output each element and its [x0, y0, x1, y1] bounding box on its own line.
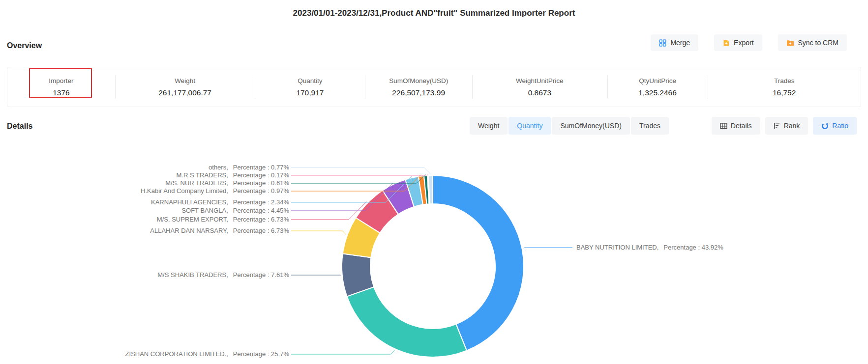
- chart-label-name: SOFT BANGLA,: [181, 207, 228, 214]
- chart-label-name: others,: [209, 164, 228, 171]
- donut-chart-svg: [0, 0, 868, 364]
- tab-trades[interactable]: Trades: [631, 117, 669, 135]
- stat-sumofmoney-usd: SumOfMoney(USD)226,507,173.99: [365, 67, 472, 107]
- chart-label-percentage: Percentage : 0.77%: [233, 164, 289, 171]
- label-line: [291, 174, 428, 175]
- chart-label-percentage: Percentage : 2.34%: [233, 198, 289, 206]
- chart-label-percentage: Percentage : 7.61%: [233, 271, 289, 279]
- export-button[interactable]: Export: [714, 34, 762, 51]
- tab-weight[interactable]: Weight: [470, 117, 508, 135]
- chart-label: others,Percentage : 0.77%: [209, 164, 289, 171]
- chart-label-name: M/S. NUR TRADERS,: [165, 179, 228, 187]
- tab-label: Ratio: [832, 122, 848, 130]
- rank-icon: [774, 122, 780, 129]
- button-label: Sync to CRM: [798, 39, 838, 47]
- ratio-icon: [821, 122, 829, 130]
- stat-label: Importer: [49, 77, 73, 84]
- chart-label: ZISHAN CORPORATION LIMITED.,Percentage :…: [125, 350, 289, 358]
- tab-label: Rank: [784, 122, 800, 130]
- stat-qtyunitprice: QtyUnitPrice1,325.2466: [607, 67, 708, 107]
- export-icon: [722, 39, 730, 47]
- chart-label-percentage: Percentage : 6.73%: [233, 227, 289, 234]
- tab-label: Quantity: [517, 122, 542, 130]
- view-tab-details[interactable]: Details: [712, 117, 760, 135]
- button-label: Export: [734, 39, 753, 47]
- stat-weightunitprice: WeightUnitPrice0.8673: [472, 67, 607, 107]
- chart-label-percentage: Percentage : 4.45%: [233, 207, 289, 214]
- chart-label: KARNAPHULI AGENCIES,Percentage : 2.34%: [151, 198, 289, 206]
- chart-label-percentage: Percentage : 0.17%: [233, 171, 289, 179]
- details-heading: Details: [7, 122, 32, 131]
- chart-label-name: M.R.S TRADERS,: [177, 171, 228, 179]
- view-tabs: DetailsRankRatio: [712, 117, 857, 135]
- chart-label-name: BABY NUTRITION LIMITED,: [576, 244, 658, 251]
- chart-label: M.R.S TRADERS,Percentage : 0.17%: [177, 171, 289, 179]
- chart-label-name: ALLAHAR DAN NARSARY,: [150, 227, 228, 234]
- sync-icon: [786, 39, 794, 46]
- chart-label-percentage: Percentage : 43.92%: [663, 244, 723, 251]
- chart-label: ALLAHAR DAN NARSARY,Percentage : 6.73%: [150, 227, 289, 235]
- chart-label-percentage: Percentage : 0.61%: [233, 179, 289, 187]
- overview-stats-card: Importer1376Weight261,177,006.77Quantity…: [7, 67, 861, 107]
- table-icon: [720, 122, 727, 129]
- stat-value: 1376: [53, 88, 69, 97]
- view-tab-rank[interactable]: Rank: [765, 117, 808, 135]
- chart-label-name: ZISHAN CORPORATION LIMITED.,: [125, 350, 228, 358]
- chart-label-percentage: Percentage : 25.7%: [233, 350, 289, 358]
- chart-label: SOFT BANGLA,Percentage : 4.45%: [181, 207, 289, 215]
- stat-trades: Trades16,752: [708, 67, 861, 107]
- stat-label: QtyUnitPrice: [639, 77, 676, 84]
- stat-quantity: Quantity170,917: [255, 67, 365, 107]
- stat-label: WeightUnitPrice: [516, 77, 564, 84]
- stat-importer: Importer1376: [7, 67, 115, 107]
- stat-label: Weight: [175, 77, 195, 84]
- ratio-donut-chart: BABY NUTRITION LIMITED,Percentage : 43.9…: [0, 0, 868, 364]
- tab-label: SumOfMoney(USD): [560, 122, 621, 130]
- action-buttons: MergeExportSync to CRM: [651, 34, 847, 51]
- chart-label: H.Kabir And Company Limited,Percentage :…: [141, 187, 289, 195]
- sync-to-crm-button[interactable]: Sync to CRM: [778, 34, 847, 51]
- stat-label: SumOfMoney(USD): [389, 77, 448, 84]
- page-title: 2023/01/01-2023/12/31,Product AND"fruit"…: [0, 8, 868, 18]
- stat-value: 226,507,173.99: [392, 88, 445, 97]
- stat-label: Quantity: [298, 77, 322, 84]
- tab-label: Trades: [639, 122, 660, 130]
- label-line: [291, 202, 367, 220]
- overview-heading: Overview: [7, 41, 42, 50]
- label-line: [524, 248, 572, 249]
- label-line: [291, 168, 430, 174]
- label-line: [291, 350, 394, 354]
- chart-label: M/S. SUPREM EXPORT,Percentage : 6.73%: [157, 216, 289, 224]
- view-tab-ratio[interactable]: Ratio: [813, 117, 857, 135]
- chart-label-name: KARNAPHULI AGENCIES,: [151, 198, 228, 206]
- merge-icon: [659, 39, 666, 47]
- metric-tabs: WeightQuantitySumOfMoney(USD)Trades: [470, 117, 669, 135]
- stat-value: 261,177,006.77: [158, 88, 211, 97]
- chart-label: BABY NUTRITION LIMITED,Percentage : 43.9…: [576, 244, 723, 252]
- stat-value: 170,917: [296, 88, 324, 97]
- chart-label: M/S SHAKIB TRADERS,Percentage : 7.61%: [157, 271, 289, 279]
- stat-value: 16,752: [773, 88, 796, 97]
- tab-sumofmoney-usd[interactable]: SumOfMoney(USD): [552, 117, 629, 135]
- chart-label-name: M/S SHAKIB TRADERS,: [157, 271, 228, 279]
- chart-label-name: M/S. SUPREM EXPORT,: [157, 216, 228, 223]
- stat-value: 0.8673: [528, 88, 551, 97]
- chart-label-percentage: Percentage : 6.73%: [233, 216, 289, 223]
- tab-label: Details: [731, 122, 752, 130]
- tab-quantity[interactable]: Quantity: [509, 117, 551, 135]
- chart-label-percentage: Percentage : 0.97%: [233, 187, 289, 195]
- stat-label: Trades: [774, 77, 795, 84]
- stat-value: 1,325.2466: [638, 88, 677, 97]
- donut-segment-baby-nutrition-limited[interactable]: [433, 175, 524, 351]
- label-line: [291, 231, 346, 234]
- stat-weight: Weight261,177,006.77: [115, 67, 255, 107]
- chart-label-name: H.Kabir And Company Limited,: [141, 187, 228, 195]
- label-line: [291, 275, 341, 276]
- chart-label: M/S. NUR TRADERS,Percentage : 0.61%: [165, 179, 289, 187]
- tab-label: Weight: [478, 122, 499, 130]
- button-label: Merge: [670, 39, 690, 47]
- donut-segment-zishan-corporation-limited[interactable]: [347, 287, 466, 357]
- merge-button[interactable]: Merge: [651, 34, 698, 51]
